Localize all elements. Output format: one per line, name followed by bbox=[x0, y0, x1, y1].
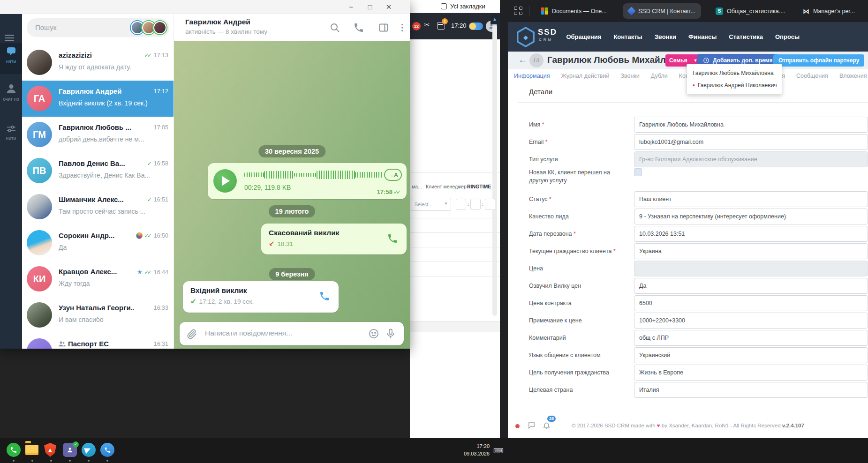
background-browser-window: Усі закладки 22 ✂ 2 17:20 ▲ ма... Клиент… bbox=[410, 0, 500, 438]
taskbar-clock[interactable]: 17:20 09.03.2026 bbox=[449, 442, 490, 457]
contact-avatar: ГЛ bbox=[529, 53, 543, 67]
price-note-field[interactable] bbox=[634, 313, 868, 329]
emoji-icon[interactable] bbox=[368, 328, 379, 341]
phone-app-icon[interactable] bbox=[100, 443, 114, 457]
voiced-price-range-field[interactable] bbox=[634, 278, 868, 294]
chat-row-sorokin[interactable]: Сорокин Андр... ✓✓16:50 Да bbox=[22, 225, 174, 261]
conversation-title[interactable]: Гаврилюк Андрей bbox=[185, 18, 250, 26]
avatar: КИ bbox=[27, 266, 52, 291]
status-field[interactable] bbox=[634, 191, 868, 207]
theme-toggle[interactable] bbox=[469, 22, 483, 30]
touch-keyboard-icon[interactable]: ⌨ bbox=[493, 447, 504, 455]
group-icon bbox=[59, 341, 66, 347]
nav-statistics[interactable]: Статистика bbox=[729, 33, 763, 40]
family-member-item[interactable]: Гаврилюк Любовь Михайловна bbox=[687, 67, 782, 79]
phone-icon[interactable] bbox=[387, 233, 398, 246]
search-input[interactable]: Пошук bbox=[27, 18, 169, 37]
chat-row-shimanchik[interactable]: Шиманчик Алекс... ✓16:51 Там просто сейч… bbox=[22, 189, 174, 225]
nav-contacts[interactable]: Контакты bbox=[613, 33, 642, 40]
file-explorer-icon[interactable] bbox=[25, 443, 39, 457]
story-avatar[interactable] bbox=[153, 21, 166, 34]
logo-text-ssd: SSD bbox=[538, 28, 557, 37]
back-button[interactable]: ← bbox=[518, 54, 528, 65]
send-offline-partner-button[interactable]: Отправить офлайн партнеру bbox=[773, 54, 864, 67]
time-field-ss[interactable] bbox=[485, 199, 495, 210]
tab-statistics-sheet[interactable]: S Общая_статистика.... bbox=[710, 3, 791, 19]
nav-calls[interactable]: Звонки bbox=[655, 33, 676, 40]
date-chip: 19 лютого bbox=[269, 205, 316, 217]
bookmarks-label[interactable]: Усі закладки bbox=[450, 3, 485, 10]
contacts-app-icon[interactable]: ✓ bbox=[63, 443, 77, 457]
tab-information[interactable]: Информация bbox=[514, 73, 550, 79]
time-field-mm[interactable] bbox=[470, 199, 481, 210]
nav-appeals[interactable]: Обращения bbox=[566, 33, 601, 40]
minimize-button[interactable]: − bbox=[343, 1, 359, 13]
message-input-placeholder[interactable]: Написати повідомлення... bbox=[205, 329, 292, 337]
tab-messages[interactable]: Сообщения bbox=[796, 73, 828, 79]
chat-row-azizazizizi[interactable]: azizazizizi ✓✓17:13 Я жду от адвоката да… bbox=[22, 45, 174, 81]
chat-row-gavriluk-lubov[interactable]: ГМ Гаврилюк Любовь ... 17:05 добрий день… bbox=[22, 117, 174, 153]
table-footer-band bbox=[410, 321, 500, 332]
tab-title: Manager's per... bbox=[813, 8, 855, 15]
folder-edit[interactable]: нити bbox=[0, 121, 22, 152]
microphone-icon[interactable] bbox=[385, 328, 396, 341]
chat-row-uzun[interactable]: Узун Наталья Георги... 16:33 И вам спаси… bbox=[22, 297, 174, 333]
new-kk-checkbox[interactable] bbox=[634, 168, 642, 176]
folder-all-chats[interactable]: нати bbox=[0, 43, 22, 74]
telegram-icon[interactable] bbox=[82, 443, 96, 457]
speech-to-text-button[interactable]: →A bbox=[384, 169, 402, 181]
call-icon[interactable] bbox=[353, 22, 364, 33]
contract-price-field[interactable] bbox=[634, 295, 868, 311]
attach-icon[interactable] bbox=[186, 328, 197, 341]
language-field[interactable] bbox=[634, 347, 868, 363]
kebab-menu-icon[interactable] bbox=[397, 22, 408, 33]
whatsapp-icon[interactable] bbox=[7, 443, 21, 457]
ssd-crm-logo-icon[interactable]: ◆ bbox=[515, 27, 536, 47]
nav-finance[interactable]: Финансы bbox=[688, 33, 717, 40]
email-field[interactable] bbox=[634, 134, 868, 150]
comment-field[interactable] bbox=[634, 330, 868, 346]
scrollbar-track[interactable] bbox=[492, 25, 497, 316]
time-field-hh[interactable] bbox=[456, 199, 466, 210]
close-button[interactable]: ✕ bbox=[381, 1, 397, 13]
scrollbar-up-arrow[interactable]: ▲ bbox=[491, 14, 499, 24]
chat-row-passport-eu[interactable]: Паспорт ЕС 16:31 bbox=[22, 333, 174, 349]
play-button[interactable] bbox=[213, 169, 237, 193]
menu-hamburger-icon[interactable] bbox=[5, 35, 14, 41]
sidebar-panel-icon[interactable] bbox=[378, 22, 389, 33]
target-country-field[interactable] bbox=[634, 382, 868, 398]
callback-date-field[interactable] bbox=[634, 226, 868, 242]
tab-documents[interactable]: Documents — One... bbox=[536, 3, 612, 19]
voice-waveform[interactable] bbox=[244, 170, 382, 180]
lead-quality-field[interactable] bbox=[634, 209, 868, 224]
tab-calls[interactable]: Звонки bbox=[620, 73, 639, 79]
scissors-extension-icon[interactable]: ✂ bbox=[424, 21, 430, 29]
chat-row-gavriluk-andrey[interactable]: ГА Гаврилюк Андрей 17:12 Вхідний виклик … bbox=[22, 81, 174, 117]
select-dropdown[interactable]: Select... ▼ bbox=[411, 198, 451, 211]
person-icon bbox=[5, 82, 17, 95]
chat-row-kravtsov[interactable]: КИ Кравцов Алекс... ★✓✓16:44 Жду тогда bbox=[22, 261, 174, 297]
tab-attachments[interactable]: Вложения bbox=[839, 73, 867, 79]
tab-manager-performance[interactable]: ⋈ Manager's per... bbox=[797, 3, 860, 19]
star-badge-icon: ★ bbox=[137, 269, 143, 276]
chat-row-pavlov-denis[interactable]: ПВ Павлов Денис Ва... ✓16:58 Здравствуйт… bbox=[22, 153, 174, 189]
brave-browser-icon[interactable]: ▲ bbox=[44, 443, 58, 457]
sharepoint-icon: S bbox=[716, 7, 723, 15]
family-member-item[interactable]: • Гаврилюк Андрей Николаевич bbox=[687, 79, 782, 91]
phone-icon[interactable] bbox=[319, 291, 330, 304]
search-icon[interactable] bbox=[329, 22, 340, 33]
tab-ssd-crm[interactable]: SSD CRM | Контакт... bbox=[623, 3, 701, 19]
message-input-bar[interactable]: Написати повідомлення... bbox=[180, 322, 404, 345]
field-label-lead-quality: Качество лида bbox=[529, 213, 630, 221]
folder-unread[interactable]: очит но bbox=[0, 80, 22, 114]
citizenship-field[interactable] bbox=[634, 243, 868, 259]
tab-action-log[interactable]: Журнал действий bbox=[561, 73, 610, 79]
tab-duplicates[interactable]: Дубли bbox=[651, 73, 668, 79]
tab-groups-icon[interactable] bbox=[514, 7, 522, 15]
avatar: ГА bbox=[27, 86, 52, 111]
maximize-button[interactable]: □ bbox=[362, 1, 378, 13]
citizenship-goal-field[interactable] bbox=[634, 365, 868, 381]
name-field[interactable] bbox=[634, 117, 868, 133]
field-label-citizenship: Текущее гражданство клиента * bbox=[529, 247, 630, 255]
nav-surveys[interactable]: Опросы bbox=[775, 33, 800, 40]
